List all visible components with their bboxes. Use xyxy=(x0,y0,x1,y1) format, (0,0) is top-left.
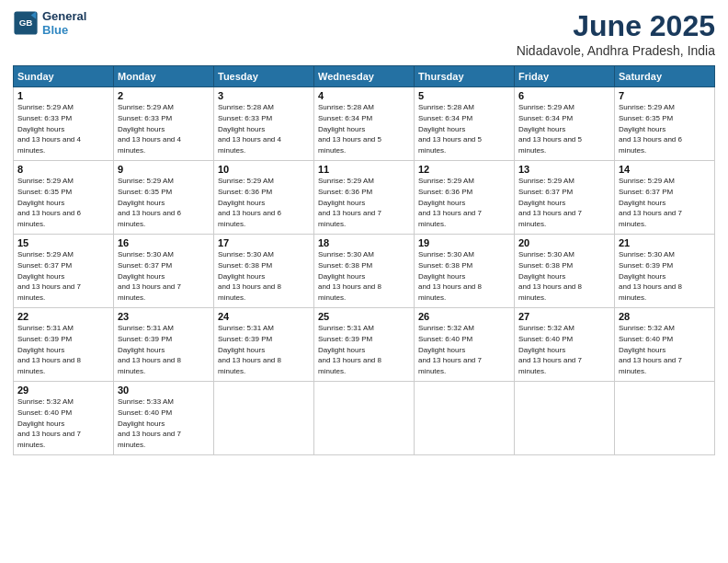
cell-info: Sunrise: 5:29 AMSunset: 6:34 PMDaylight … xyxy=(518,103,582,155)
cell-info: Sunrise: 5:29 AMSunset: 6:33 PMDaylight … xyxy=(17,103,81,155)
day-number: 27 xyxy=(518,311,610,322)
day-number: 29 xyxy=(17,385,109,396)
day-cell-16: 16Sunrise: 5:30 AMSunset: 6:37 PMDayligh… xyxy=(114,235,214,308)
day-cell-24: 24Sunrise: 5:31 AMSunset: 6:39 PMDayligh… xyxy=(214,308,314,382)
col-monday: Monday xyxy=(114,66,214,87)
day-cell-18: 18Sunrise: 5:30 AMSunset: 6:38 PMDayligh… xyxy=(314,235,415,308)
day-cell-17: 17Sunrise: 5:30 AMSunset: 6:38 PMDayligh… xyxy=(214,235,314,308)
title-area: June 2025 Nidadavole, Andhra Pradesh, In… xyxy=(517,9,715,58)
cell-info: Sunrise: 5:29 AMSunset: 6:35 PMDaylight … xyxy=(118,177,181,228)
cell-info: Sunrise: 5:29 AMSunset: 6:37 PMDaylight … xyxy=(619,177,682,228)
day-cell-14: 14Sunrise: 5:29 AMSunset: 6:37 PMDayligh… xyxy=(615,161,715,235)
cell-info: Sunrise: 5:30 AMSunset: 6:38 PMDaylight … xyxy=(418,250,482,302)
day-number: 21 xyxy=(619,237,711,248)
logo-line1: General xyxy=(42,9,86,23)
empty-cell xyxy=(214,382,314,455)
day-cell-11: 11Sunrise: 5:29 AMSunset: 6:36 PMDayligh… xyxy=(314,161,415,235)
cell-info: Sunrise: 5:29 AMSunset: 6:36 PMDaylight … xyxy=(318,177,381,228)
cell-info: Sunrise: 5:29 AMSunset: 6:33 PMDaylight … xyxy=(118,103,181,155)
day-number: 15 xyxy=(17,237,109,248)
day-number: 12 xyxy=(418,164,510,175)
cell-info: Sunrise: 5:32 AMSunset: 6:40 PMDaylight … xyxy=(418,324,482,375)
col-wednesday: Wednesday xyxy=(314,66,415,87)
logo: GB General Blue xyxy=(13,9,86,37)
day-number: 11 xyxy=(318,164,410,175)
empty-cell xyxy=(415,382,515,455)
day-cell-1: 1Sunrise: 5:29 AMSunset: 6:33 PMDaylight… xyxy=(14,87,114,161)
day-number: 26 xyxy=(418,311,510,322)
day-cell-27: 27Sunrise: 5:32 AMSunset: 6:40 PMDayligh… xyxy=(515,308,615,382)
day-cell-15: 15Sunrise: 5:29 AMSunset: 6:37 PMDayligh… xyxy=(14,235,114,308)
day-cell-19: 19Sunrise: 5:30 AMSunset: 6:38 PMDayligh… xyxy=(415,235,515,308)
day-number: 20 xyxy=(518,237,610,248)
calendar-page: GB General Blue June 2025 Nidadavole, An… xyxy=(0,0,728,563)
day-number: 13 xyxy=(518,164,610,175)
calendar-table: Sunday Monday Tuesday Wednesday Thursday… xyxy=(13,65,715,455)
cell-info: Sunrise: 5:30 AMSunset: 6:38 PMDaylight … xyxy=(518,250,582,302)
empty-cell xyxy=(515,382,615,455)
header: GB General Blue June 2025 Nidadavole, An… xyxy=(13,9,715,58)
svg-text:GB: GB xyxy=(19,17,33,28)
cell-info: Sunrise: 5:32 AMSunset: 6:40 PMDaylight … xyxy=(17,397,81,449)
empty-cell xyxy=(314,382,415,455)
day-number: 23 xyxy=(118,311,210,322)
location-title: Nidadavole, Andhra Pradesh, India xyxy=(517,43,715,58)
day-number: 18 xyxy=(318,237,410,248)
week-row-4: 22Sunrise: 5:31 AMSunset: 6:39 PMDayligh… xyxy=(14,308,715,382)
day-number: 24 xyxy=(218,311,310,322)
day-cell-8: 8Sunrise: 5:29 AMSunset: 6:35 PMDaylight… xyxy=(14,161,114,235)
day-number: 10 xyxy=(218,164,310,175)
col-tuesday: Tuesday xyxy=(214,66,314,87)
cell-info: Sunrise: 5:31 AMSunset: 6:39 PMDaylight … xyxy=(118,324,181,375)
cell-info: Sunrise: 5:29 AMSunset: 6:36 PMDaylight … xyxy=(418,177,482,228)
col-sunday: Sunday xyxy=(14,66,114,87)
col-friday: Friday xyxy=(515,66,615,87)
day-cell-2: 2Sunrise: 5:29 AMSunset: 6:33 PMDaylight… xyxy=(114,87,214,161)
cell-info: Sunrise: 5:29 AMSunset: 6:37 PMDaylight … xyxy=(518,177,582,228)
month-title: June 2025 xyxy=(517,9,715,43)
day-cell-3: 3Sunrise: 5:28 AMSunset: 6:33 PMDaylight… xyxy=(214,87,314,161)
day-cell-5: 5Sunrise: 5:28 AMSunset: 6:34 PMDaylight… xyxy=(415,87,515,161)
cell-info: Sunrise: 5:28 AMSunset: 6:34 PMDaylight … xyxy=(318,103,381,155)
day-number: 30 xyxy=(118,385,210,396)
cell-info: Sunrise: 5:30 AMSunset: 6:37 PMDaylight … xyxy=(118,250,181,302)
cell-info: Sunrise: 5:30 AMSunset: 6:39 PMDaylight … xyxy=(619,250,682,302)
cell-info: Sunrise: 5:29 AMSunset: 6:35 PMDaylight … xyxy=(17,177,81,228)
cell-info: Sunrise: 5:32 AMSunset: 6:40 PMDaylight … xyxy=(619,324,682,375)
day-number: 1 xyxy=(17,90,109,101)
logo-line2: Blue xyxy=(42,23,86,37)
col-thursday: Thursday xyxy=(415,66,515,87)
logo-icon: GB xyxy=(13,10,39,36)
day-cell-13: 13Sunrise: 5:29 AMSunset: 6:37 PMDayligh… xyxy=(515,161,615,235)
day-cell-26: 26Sunrise: 5:32 AMSunset: 6:40 PMDayligh… xyxy=(415,308,515,382)
week-row-2: 8Sunrise: 5:29 AMSunset: 6:35 PMDaylight… xyxy=(14,161,715,235)
cell-info: Sunrise: 5:33 AMSunset: 6:40 PMDaylight … xyxy=(118,397,181,449)
day-number: 8 xyxy=(17,164,109,175)
cell-info: Sunrise: 5:29 AMSunset: 6:35 PMDaylight … xyxy=(619,103,682,155)
day-cell-28: 28Sunrise: 5:32 AMSunset: 6:40 PMDayligh… xyxy=(615,308,715,382)
day-cell-20: 20Sunrise: 5:30 AMSunset: 6:38 PMDayligh… xyxy=(515,235,615,308)
day-number: 7 xyxy=(619,90,711,101)
day-cell-30: 30Sunrise: 5:33 AMSunset: 6:40 PMDayligh… xyxy=(114,382,214,455)
day-cell-25: 25Sunrise: 5:31 AMSunset: 6:39 PMDayligh… xyxy=(314,308,415,382)
day-cell-10: 10Sunrise: 5:29 AMSunset: 6:36 PMDayligh… xyxy=(214,161,314,235)
col-saturday: Saturday xyxy=(615,66,715,87)
day-number: 22 xyxy=(17,311,109,322)
day-cell-21: 21Sunrise: 5:30 AMSunset: 6:39 PMDayligh… xyxy=(615,235,715,308)
day-number: 25 xyxy=(318,311,410,322)
day-cell-22: 22Sunrise: 5:31 AMSunset: 6:39 PMDayligh… xyxy=(14,308,114,382)
day-cell-12: 12Sunrise: 5:29 AMSunset: 6:36 PMDayligh… xyxy=(415,161,515,235)
day-number: 5 xyxy=(418,90,510,101)
cell-info: Sunrise: 5:29 AMSunset: 6:36 PMDaylight … xyxy=(218,177,281,228)
week-row-5: 29Sunrise: 5:32 AMSunset: 6:40 PMDayligh… xyxy=(14,382,715,455)
header-row: Sunday Monday Tuesday Wednesday Thursday… xyxy=(14,66,715,87)
day-number: 19 xyxy=(418,237,510,248)
day-number: 28 xyxy=(619,311,711,322)
day-cell-9: 9Sunrise: 5:29 AMSunset: 6:35 PMDaylight… xyxy=(114,161,214,235)
day-cell-29: 29Sunrise: 5:32 AMSunset: 6:40 PMDayligh… xyxy=(14,382,114,455)
cell-info: Sunrise: 5:31 AMSunset: 6:39 PMDaylight … xyxy=(218,324,281,375)
day-cell-6: 6Sunrise: 5:29 AMSunset: 6:34 PMDaylight… xyxy=(515,87,615,161)
week-row-3: 15Sunrise: 5:29 AMSunset: 6:37 PMDayligh… xyxy=(14,235,715,308)
day-cell-23: 23Sunrise: 5:31 AMSunset: 6:39 PMDayligh… xyxy=(114,308,214,382)
cell-info: Sunrise: 5:29 AMSunset: 6:37 PMDaylight … xyxy=(17,250,81,302)
